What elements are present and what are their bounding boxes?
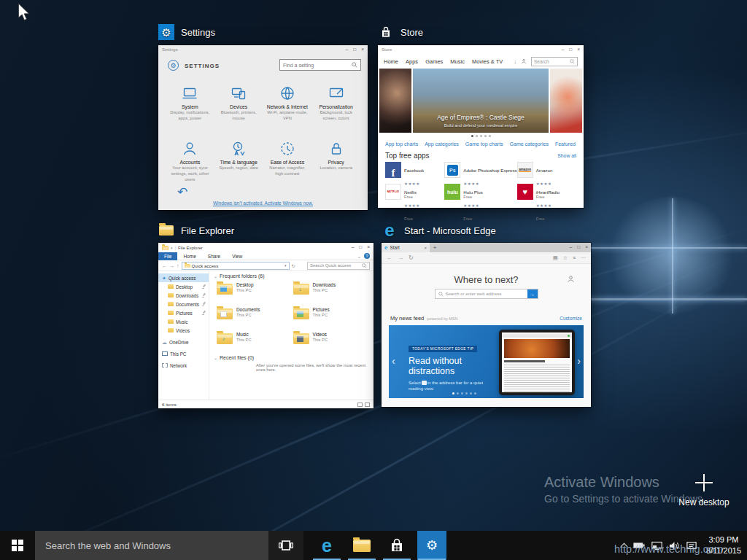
forward-icon[interactable]: → [169,263,174,268]
store-carousel-dots[interactable] [378,133,584,139]
file-explorer-window-thumbnail[interactable]: ▾ | File Explorer File Home Share View ⌄… [158,243,374,408]
store-app-hulu-plus[interactable]: Hulu Plus★★★★Free [444,184,516,203]
settings-tile-personalization[interactable]: Personalization Background, lock screen,… [311,83,360,134]
taskbar-clock[interactable]: 3:09 PM 8/11/2015 [703,534,741,556]
settings-tile-ease-of-access[interactable]: Ease of Access Narrator, magnifier, high… [263,139,312,190]
store-nav-movies-tv[interactable]: Movies & TV [472,58,503,65]
settings-tile-network[interactable]: Network & Internet Wi-Fi, airplane mode,… [263,83,312,134]
store-link-game-categories[interactable]: Game categories [510,141,549,147]
store-show-all-link[interactable]: Show all [557,153,576,158]
store-search-input[interactable]: Search [531,57,578,66]
user-icon[interactable] [567,275,575,283]
battery-icon[interactable] [633,541,645,550]
settings-tile-privacy[interactable]: Privacy Location, camera [311,139,360,190]
window-controls[interactable] [562,47,580,52]
carousel-next-icon[interactable]: › [577,356,581,366]
settings-tile-time-language[interactable]: Time & language Speech, region, date [214,139,263,190]
settings-activation-link[interactable]: Windows isn't activated. Activate Window… [158,201,368,206]
ribbon-tab-home[interactable]: Home [177,252,201,260]
window-controls[interactable] [346,47,364,52]
ribbon-expand-icon[interactable]: ⌄ [357,254,361,259]
thumbnail-label-file-explorer[interactable]: File Explorer [158,222,234,238]
action-center-icon[interactable] [686,541,697,551]
new-desktop-button[interactable]: New desktop [675,474,733,508]
frequent-folders-header[interactable]: Frequent folders (6) [214,273,369,279]
window-controls[interactable] [570,243,591,252]
minimize-icon[interactable] [346,47,349,52]
nav-item-this-pc[interactable]: This PC [158,349,209,358]
maximize-icon[interactable] [577,245,580,250]
settings-window-thumbnail[interactable]: Settings ⚙ SETTINGS Find a setting Syste… [158,45,368,210]
maximize-icon[interactable] [569,47,572,52]
maximize-icon[interactable] [359,245,362,250]
store-link-app-top-charts[interactable]: App top charts [385,141,418,147]
store-nav-apps[interactable]: Apps [406,58,418,65]
taskbar-file-explorer-button[interactable] [347,531,376,560]
refresh-icon[interactable]: ↻ [409,254,414,261]
undo-arrow-icon[interactable]: ↶ [177,186,187,198]
store-nav-games[interactable]: Games [425,58,443,65]
downloads-icon[interactable]: ↓ [514,59,517,64]
folder-tile-pictures[interactable]: PicturesThis PC [293,307,370,327]
view-toggle-icons[interactable] [357,402,370,407]
back-icon[interactable]: ← [162,263,167,268]
address-box[interactable]: Quick access ▾ [182,262,290,270]
store-hero-slide-active[interactable]: Age of Empires® : Castle Siege Build and… [413,69,549,133]
edge-tip-card[interactable]: ‹ › TODAY'S MICROSOFT EDGE TIP Read with… [389,325,584,398]
carousel-previous-icon[interactable]: ‹ [392,356,395,366]
store-app-netflix[interactable]: Netflix★★★★Free [385,184,444,203]
show-hidden-icons-chevron[interactable] [620,543,627,551]
store-link-featured[interactable]: Featured [555,141,576,147]
minimize-icon[interactable] [562,47,565,52]
close-tab-icon[interactable]: × [424,246,427,250]
refresh-icon[interactable]: ↻ [292,263,295,268]
favorites-star-icon[interactable]: ☆ [563,255,568,261]
details-view-icon[interactable] [357,402,363,407]
folder-tile-videos[interactable]: VideosThis PC [293,332,370,352]
window-controls[interactable] [352,245,370,250]
close-icon[interactable] [585,245,588,250]
new-tab-icon[interactable]: + [430,243,440,252]
thumbnails-view-icon[interactable] [365,402,370,407]
minimize-icon[interactable] [570,245,573,250]
speaker-icon[interactable] [669,541,680,551]
close-icon[interactable] [577,47,580,52]
find-a-setting-input[interactable]: Find a setting [279,59,361,71]
close-icon[interactable] [361,47,364,52]
edge-tab-start[interactable]: e Start × [382,243,430,252]
maximize-icon[interactable] [353,47,356,52]
thumbnail-label-edge[interactable]: e Start - Microsoft Edge [382,222,496,238]
edge-window-thumbnail[interactable]: e Start × + ← → ↻ ▤ ☆ ≡ ⋯ Where to next?… [382,243,591,407]
close-icon[interactable] [367,245,370,250]
hub-icon[interactable]: ≡ [573,255,576,261]
store-app-facebook[interactable]: Facebook★★★★Free [385,162,444,181]
store-nav-music[interactable]: Music [450,58,465,65]
store-hero-slide-next[interactable] [550,69,582,133]
explorer-search-input[interactable]: Search Quick access [307,262,370,270]
folder-tile-downloads[interactable]: DownloadsThis PC [293,282,370,303]
ribbon-tab-file[interactable]: File [158,252,177,260]
taskbar-edge-button[interactable]: e [312,531,341,560]
recent-files-header[interactable]: Recent files (0) [214,355,369,360]
store-window-thumbnail[interactable]: Store Home Apps Games Music Movies & TV … [378,45,584,208]
store-hero-carousel[interactable]: Age of Empires® : Castle Siege Build and… [378,69,584,133]
ribbon-tab-share[interactable]: Share [202,252,226,260]
nav-item-pictures[interactable]: Pictures [158,308,209,317]
store-link-app-categories[interactable]: App categories [425,141,459,147]
start-button[interactable] [0,531,35,560]
go-arrow-button[interactable]: → [527,289,538,298]
settings-tile-accounts[interactable]: Accounts Your account, sync settings, wo… [166,139,214,190]
taskbar-store-button[interactable] [382,531,411,560]
folder-tile-desktop[interactable]: DesktopThis PC [217,282,293,303]
taskbar-settings-button[interactable]: ⚙ [417,531,446,560]
store-nav-home[interactable]: Home [384,58,398,65]
task-view-button[interactable] [268,531,303,560]
store-app-photoshop-express[interactable]: Adobe Photoshop Express★★★★Free [444,162,516,181]
minimize-icon[interactable] [352,245,355,250]
nav-item-documents[interactable]: Documents [158,300,209,308]
store-link-game-top-charts[interactable]: Game top charts [465,141,503,147]
chevron-down-icon[interactable]: ▾ [285,263,287,268]
edge-search-input[interactable]: Search or enter web address → [435,289,538,299]
help-icon[interactable]: ? [364,253,370,259]
settings-tile-devices[interactable]: Devices Bluetooth, printers, mouse [214,83,263,134]
